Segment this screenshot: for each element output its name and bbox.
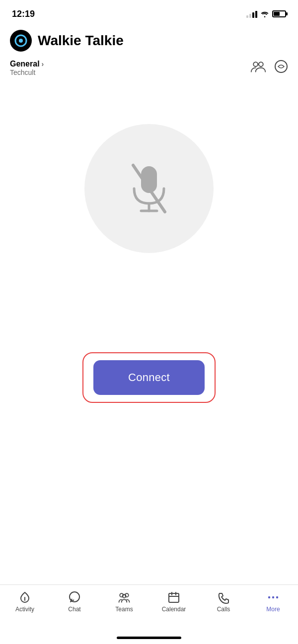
nav-label-teams: Teams bbox=[115, 606, 133, 613]
mic-muted-icon bbox=[124, 161, 174, 216]
connect-button[interactable]: Connect bbox=[93, 360, 205, 395]
wifi-icon bbox=[260, 10, 269, 17]
status-time: 12:19 bbox=[12, 9, 35, 19]
app-header: Walkie Talkie bbox=[0, 26, 298, 58]
channel-name-text: General bbox=[10, 60, 40, 68]
app-title: Walkie Talkie bbox=[38, 33, 124, 49]
chat-icon[interactable] bbox=[274, 60, 288, 76]
svg-point-4 bbox=[275, 61, 287, 72]
nav-label-more: More bbox=[266, 606, 280, 613]
calls-nav-icon bbox=[217, 591, 230, 604]
status-bar: 12:19 bbox=[0, 0, 298, 26]
nav-label-activity: Activity bbox=[15, 606, 34, 613]
users-icon[interactable] bbox=[250, 60, 266, 76]
bottom-nav: Activity Chat Teams Calendar bbox=[0, 584, 298, 644]
status-icons bbox=[246, 10, 286, 18]
app-logo bbox=[10, 30, 32, 52]
connect-area: Connect bbox=[82, 352, 216, 403]
nav-item-calls[interactable]: Calls bbox=[199, 591, 248, 613]
activity-icon bbox=[18, 591, 31, 604]
home-indicator bbox=[117, 637, 181, 639]
svg-point-18 bbox=[268, 596, 270, 598]
main-content: Connect bbox=[0, 124, 298, 403]
channel-chevron-icon: › bbox=[42, 60, 44, 68]
nav-label-calendar: Calendar bbox=[162, 606, 186, 613]
nav-item-chat[interactable]: Chat bbox=[50, 591, 99, 613]
channel-actions bbox=[250, 60, 288, 76]
nav-label-chat: Chat bbox=[68, 606, 80, 613]
channel-team: Techcult bbox=[10, 68, 44, 76]
calendar-nav-icon bbox=[167, 591, 180, 604]
signal-icon bbox=[246, 10, 257, 18]
channel-info: General › Techcult bbox=[0, 58, 298, 84]
channel-left: General › Techcult bbox=[10, 60, 44, 76]
svg-point-3 bbox=[259, 62, 263, 66]
svg-point-2 bbox=[253, 62, 258, 66]
teams-nav-icon bbox=[117, 591, 131, 604]
channel-name[interactable]: General › bbox=[10, 60, 44, 68]
connect-button-highlight: Connect bbox=[82, 352, 216, 403]
mic-circle bbox=[84, 124, 214, 253]
nav-item-teams[interactable]: Teams bbox=[99, 591, 149, 613]
nav-label-calls: Calls bbox=[217, 606, 230, 613]
battery-icon bbox=[272, 10, 286, 17]
svg-rect-14 bbox=[169, 593, 179, 602]
nav-item-activity[interactable]: Activity bbox=[0, 591, 50, 613]
chat-nav-icon bbox=[68, 591, 81, 604]
svg-point-1 bbox=[19, 39, 23, 43]
nav-item-calendar[interactable]: Calendar bbox=[149, 591, 199, 613]
nav-item-more[interactable]: More bbox=[248, 591, 298, 613]
svg-point-19 bbox=[272, 596, 274, 598]
svg-point-20 bbox=[276, 596, 278, 598]
more-nav-icon bbox=[267, 591, 280, 604]
